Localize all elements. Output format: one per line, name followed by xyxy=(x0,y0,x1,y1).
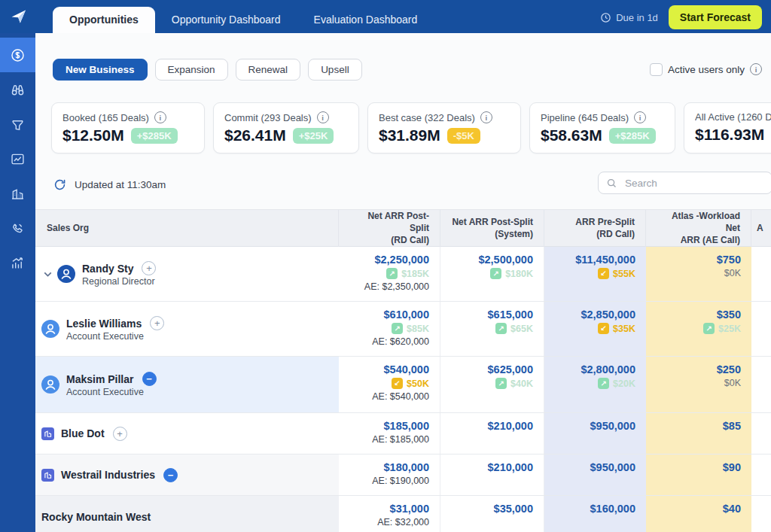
arr-pre-split-cell[interactable]: $160,000 xyxy=(544,496,646,532)
active-users-label: Active users only xyxy=(668,64,745,75)
sidebar-item-dashboard[interactable] xyxy=(0,141,35,176)
column-header-sales-org[interactable]: Sales Org xyxy=(35,210,339,247)
info-icon[interactable]: i xyxy=(317,111,329,123)
net-arr-system-cell[interactable]: $625,000 ↗$40K xyxy=(440,357,544,412)
table-row-rocky-mountain-west[interactable]: Rocky Mountain West $31,000 AE: $32,000 … xyxy=(35,496,771,532)
kpi-value: $58.63M xyxy=(541,126,602,144)
sales-org-cell: Randy Sty+ Regional Director xyxy=(35,247,339,301)
person-name: Randy Sty xyxy=(82,263,133,275)
net-arr-rd-cell[interactable]: $185,000 AE: $185,000 xyxy=(339,413,440,454)
updated-at-text: Updated at 11:30am xyxy=(75,179,166,190)
info-icon[interactable]: i xyxy=(750,63,762,75)
net-arr-rd-cell[interactable]: $540,000 ↙$50K AE: $540,000 xyxy=(339,357,440,412)
net-arr-rd-cell[interactable]: $31,000 AE: $32,000 xyxy=(339,496,440,532)
add-button[interactable]: + xyxy=(142,261,156,275)
filter-new-business[interactable]: New Business xyxy=(53,59,148,81)
net-arr-rd-cell[interactable]: $2,250,000 ↗$185K AE: $2,350,000 xyxy=(339,247,440,301)
person-role: Account Executive xyxy=(66,387,157,397)
due-badge: Due in 1d xyxy=(600,12,658,23)
column-header-atlas-workload[interactable]: Atlas -Workload NetARR (AE Call) xyxy=(646,210,751,247)
search-icon xyxy=(606,178,617,189)
column-header-clipped[interactable]: A xyxy=(751,210,771,247)
add-button[interactable]: + xyxy=(113,427,127,441)
atlas-workload-cell[interactable]: $90 xyxy=(646,454,751,495)
table-row-leslie-williams[interactable]: Leslie Williams+ Account Executive $610,… xyxy=(35,302,771,357)
arr-pre-split-cell[interactable]: $11,450,000 ↙$55K xyxy=(544,247,646,301)
net-arr-system-cell[interactable]: $615,000 ↗$65K xyxy=(440,302,544,356)
table-row-randy-sty[interactable]: Randy Sty+ Regional Director $2,250,000 … xyxy=(35,247,771,302)
add-button[interactable]: + xyxy=(150,316,164,330)
atlas-workload-cell[interactable]: $750 $0K xyxy=(646,247,751,301)
column-header-arr-pre-split[interactable]: ARR Pre-Split(RD Call) xyxy=(544,210,646,247)
column-header-net-arr-system[interactable]: Net ARR Post-Split(System) xyxy=(440,210,544,247)
chevron-down-icon[interactable] xyxy=(41,268,54,281)
atlas-workload-cell[interactable]: $40 xyxy=(646,496,751,532)
due-text: Due in 1d xyxy=(616,12,658,23)
atlas-workload-cell[interactable]: $350 ↗$25K xyxy=(646,302,751,356)
filter-renewal[interactable]: Renewal xyxy=(236,59,301,81)
person-role: Account Executive xyxy=(66,331,164,342)
filter-upsell[interactable]: Upsell xyxy=(308,59,362,81)
clipped-cell xyxy=(751,454,771,495)
sales-org-cell: Rocky Mountain West xyxy=(35,496,339,532)
person-name: Leslie Williams xyxy=(66,318,142,330)
app-window: Opportunities Opportunity Dashboard Eval… xyxy=(0,0,771,532)
collapse-button[interactable]: − xyxy=(142,372,157,386)
trend-up-icon: ↗ xyxy=(392,323,403,334)
atlas-workload-cell[interactable]: $250 $0K xyxy=(646,357,751,412)
arr-pre-split-cell[interactable]: $950,000 xyxy=(544,413,646,454)
trend-up-icon: ↗ xyxy=(490,268,501,279)
tab-opportunities[interactable]: Opportunities xyxy=(53,7,155,33)
kpi-card-booked: Booked (165 Deals)i $12.50M+$285K xyxy=(51,102,205,154)
sidebar xyxy=(0,33,35,532)
tab-opportunity-dashboard[interactable]: Opportunity Dashboard xyxy=(155,7,297,33)
table-row-maksim-pillar[interactable]: Maksim Pillar− Account Executive $540,00… xyxy=(35,357,771,413)
net-arr-rd-cell[interactable]: $610,000 ↗$85K AE: $620,000 xyxy=(339,302,440,356)
net-arr-rd-cell[interactable]: $180,000 AE: $190,000 xyxy=(339,454,440,495)
info-icon[interactable]: i xyxy=(154,111,166,123)
kpi-title: Booked (165 Deals) xyxy=(62,112,149,123)
atlas-workload-cell[interactable]: $85 xyxy=(646,413,751,454)
arr-pre-split-cell[interactable]: $950,000 xyxy=(544,454,646,495)
kpi-card-all-active: All Active (1260 Deals) $116.93M xyxy=(684,102,771,154)
sidebar-item-analytics[interactable] xyxy=(0,245,35,280)
sidebar-item-accounts[interactable] xyxy=(0,176,35,211)
arr-pre-split-cell[interactable]: $2,850,000 ↙$35K xyxy=(544,302,646,356)
sidebar-item-calls[interactable] xyxy=(0,211,35,245)
sales-org-cell: Leslie Williams+ Account Executive xyxy=(35,302,339,356)
net-arr-system-cell[interactable]: $35,000 xyxy=(440,496,544,532)
info-icon[interactable]: i xyxy=(480,111,492,123)
start-forecast-button[interactable]: Start Forecast xyxy=(669,5,762,29)
search-input[interactable] xyxy=(623,177,739,190)
arr-pre-split-cell[interactable]: $2,800,000 ↗$20K xyxy=(544,357,646,412)
info-icon[interactable]: i xyxy=(634,111,646,123)
clipped-cell xyxy=(751,496,771,532)
net-arr-system-cell[interactable]: $210,000 xyxy=(440,454,544,495)
refresh-icon[interactable] xyxy=(53,178,67,192)
kpi-value: $12.50M xyxy=(62,126,124,144)
sales-org-cell: Maksim Pillar− Account Executive xyxy=(35,357,339,412)
table-row-westrail-industries[interactable]: Westrail Industries− $180,000 AE: $190,0… xyxy=(35,454,771,496)
active-users-checkbox[interactable] xyxy=(650,63,663,76)
filter-expansion[interactable]: Expansion xyxy=(155,59,228,81)
person-name: Maksim Pillar xyxy=(66,373,134,385)
sidebar-item-discovery[interactable] xyxy=(0,72,35,107)
column-header-net-arr-rd[interactable]: Net ARR Post-Split(RD Call) xyxy=(339,210,440,247)
sidebar-item-pipeline[interactable] xyxy=(0,107,35,141)
clipped-cell xyxy=(751,247,771,301)
main-content: New Business Expansion Renewal Upsell Ac… xyxy=(35,33,771,532)
net-arr-system-cell[interactable]: $210,000 xyxy=(440,413,544,454)
net-arr-system-cell[interactable]: $2,500,000 ↗$180K xyxy=(440,247,544,301)
kpi-delta-badge: -$5K xyxy=(447,128,480,144)
kpi-card-best-case: Best case (322 Deals)i $31.89M-$5K xyxy=(367,102,521,154)
kpi-delta-badge: +$285K xyxy=(131,128,178,144)
tab-evaluation-dashboard[interactable]: Evaluation Dashboard xyxy=(297,7,434,33)
person-role: Regional Director xyxy=(82,276,156,287)
binoculars-icon xyxy=(10,82,26,98)
app-logo-icon[interactable] xyxy=(10,8,28,26)
sidebar-item-forecast[interactable] xyxy=(0,38,35,72)
kpi-title: All Active (1260 Deals) xyxy=(695,111,771,123)
table-row-blue-dot[interactable]: Blue Dot+ $185,000 AE: $185,000 $210,000… xyxy=(35,413,771,454)
account-name: Blue Dot xyxy=(61,427,105,439)
collapse-button[interactable]: − xyxy=(163,468,178,482)
